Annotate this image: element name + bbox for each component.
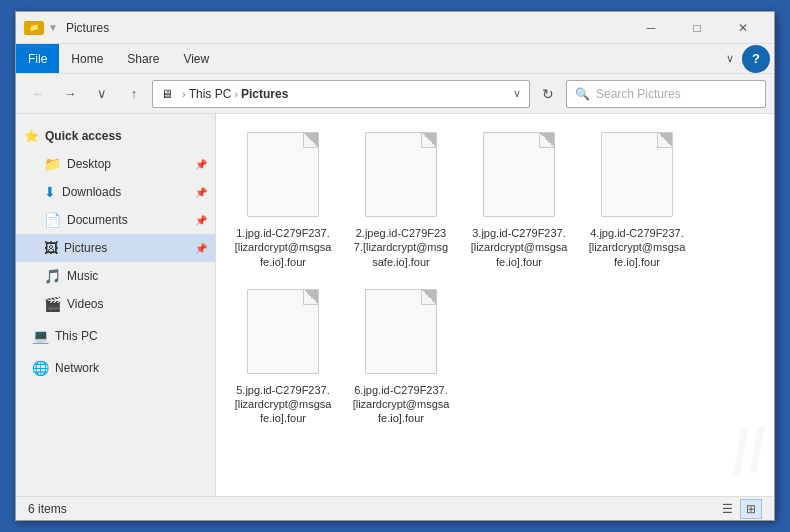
file-label-1: 1.jpg.id-C279F237.[lizardcrypt@msgsafe.i… — [234, 226, 332, 269]
titlebar-arrow: ▼ — [48, 22, 58, 33]
sidebar-item-documents[interactable]: 📄 Documents 📌 — [16, 206, 215, 234]
file-thumbnail-5 — [243, 289, 323, 379]
address-separator-1: › — [182, 88, 186, 100]
address-pictures[interactable]: Pictures — [241, 87, 288, 101]
list-item[interactable]: 2.jpeg.id-C279F237.[lizardcrypt@msgsafe.… — [346, 126, 456, 275]
address-chevron-icon[interactable]: ∨ — [513, 87, 521, 100]
item-count: 6 items — [28, 502, 67, 516]
sidebar-item-downloads[interactable]: ⬇ Downloads 📌 — [16, 178, 215, 206]
file-thumbnail-6 — [361, 289, 441, 379]
maximize-button[interactable]: □ — [674, 12, 720, 44]
network-icon: 🌐 — [32, 360, 49, 376]
refresh-button[interactable]: ↻ — [534, 80, 562, 108]
pin-icon-desktop: 📌 — [195, 159, 207, 170]
list-view-button[interactable]: ☰ — [716, 499, 738, 519]
folder-icon-desktop: 📁 — [44, 156, 61, 172]
minimize-button[interactable]: ─ — [628, 12, 674, 44]
file-label-5: 5.jpg.id-C279F237.[lizardcrypt@msgsafe.i… — [234, 383, 332, 426]
pin-icon-pictures: 📌 — [195, 243, 207, 254]
address-bar[interactable]: 🖥 › This PC › Pictures ∨ — [152, 80, 530, 108]
file-area: // 1.jpg.id-C279F237.[lizardcrypt@msgsaf… — [216, 114, 774, 496]
address-icon: 🖥 — [161, 87, 173, 101]
pin-icon-downloads: 📌 — [195, 187, 207, 198]
sidebar: ⭐ Quick access 📁 Desktop 📌 ⬇ Downloads 📌… — [16, 114, 216, 496]
menu-home[interactable]: Home — [59, 44, 115, 73]
sidebar-item-this-pc[interactable]: 💻 This PC — [16, 322, 215, 350]
computer-icon: 💻 — [32, 328, 49, 344]
list-item[interactable]: 5.jpg.id-C279F237.[lizardcrypt@msgsafe.i… — [228, 283, 338, 432]
titlebar-app-icon: 📁 — [24, 21, 44, 35]
star-icon: ⭐ — [24, 129, 39, 143]
network-section: 🌐 Network — [16, 354, 215, 382]
file-thumbnail-4 — [597, 132, 677, 222]
view-toggle: ☰ ⊞ — [716, 499, 762, 519]
search-bar[interactable]: 🔍 Search Pictures — [566, 80, 766, 108]
sidebar-quick-access[interactable]: ⭐ Quick access — [16, 122, 215, 150]
pictures-icon: 🖼 — [44, 240, 58, 256]
quick-access-section: ⭐ Quick access 📁 Desktop 📌 ⬇ Downloads 📌… — [16, 122, 215, 318]
statusbar: 6 items ☰ ⊞ — [16, 496, 774, 520]
back-button[interactable]: ← — [24, 80, 52, 108]
list-item[interactable]: 3.jpg.id-C279F237.[lizardcrypt@msgsafe.i… — [464, 126, 574, 275]
file-label-6: 6.jpg.id-C279F237.[lizardcrypt@msgsafe.i… — [352, 383, 450, 426]
file-thumbnail-3 — [479, 132, 559, 222]
main-area: ⭐ Quick access 📁 Desktop 📌 ⬇ Downloads 📌… — [16, 114, 774, 496]
list-item[interactable]: 6.jpg.id-C279F237.[lizardcrypt@msgsafe.i… — [346, 283, 456, 432]
sidebar-item-pictures[interactable]: 🖼 Pictures 📌 — [16, 234, 215, 262]
list-item[interactable]: 4.jpg.id-C279F237.[lizardcrypt@msgsafe.i… — [582, 126, 692, 275]
sidebar-item-network[interactable]: 🌐 Network — [16, 354, 215, 382]
file-thumbnail-1 — [243, 132, 323, 222]
window-title: Pictures — [66, 21, 628, 35]
file-label-4: 4.jpg.id-C279F237.[lizardcrypt@msgsafe.i… — [588, 226, 686, 269]
address-this-pc[interactable]: This PC — [189, 87, 232, 101]
downloads-icon: ⬇ — [44, 184, 56, 200]
videos-icon: 🎬 — [44, 296, 61, 312]
up-button[interactable]: ↑ — [120, 80, 148, 108]
file-label-2: 2.jpeg.id-C279F237.[lizardcrypt@msgsafe.… — [352, 226, 450, 269]
close-button[interactable]: ✕ — [720, 12, 766, 44]
search-placeholder: Search Pictures — [596, 87, 681, 101]
sidebar-item-videos[interactable]: 🎬 Videos — [16, 290, 215, 318]
menu-file[interactable]: File — [16, 44, 59, 73]
titlebar-icons: 📁 ▼ — [24, 21, 58, 35]
this-pc-section: 💻 This PC — [16, 322, 215, 350]
dropdown-button[interactable]: ∨ — [88, 80, 116, 108]
address-separator-2: › — [234, 88, 238, 100]
menu-share[interactable]: Share — [115, 44, 171, 73]
music-icon: 🎵 — [44, 268, 61, 284]
grid-view-button[interactable]: ⊞ — [740, 499, 762, 519]
titlebar: 📁 ▼ Pictures ─ □ ✕ — [16, 12, 774, 44]
window-controls: ─ □ ✕ — [628, 12, 766, 44]
toolbar: ← → ∨ ↑ 🖥 › This PC › Pictures ∨ ↻ 🔍 Sea… — [16, 74, 774, 114]
menu-view[interactable]: View — [171, 44, 221, 73]
search-icon: 🔍 — [575, 87, 590, 101]
file-thumbnail-2 — [361, 132, 441, 222]
file-grid: 1.jpg.id-C279F237.[lizardcrypt@msgsafe.i… — [228, 126, 762, 432]
explorer-window: 📁 ▼ Pictures ─ □ ✕ File Home Share View … — [15, 11, 775, 521]
sidebar-item-desktop[interactable]: 📁 Desktop 📌 — [16, 150, 215, 178]
menubar: File Home Share View ∨ ? — [16, 44, 774, 74]
help-button[interactable]: ? — [742, 45, 770, 73]
list-item[interactable]: 1.jpg.id-C279F237.[lizardcrypt@msgsafe.i… — [228, 126, 338, 275]
forward-button[interactable]: → — [56, 80, 84, 108]
documents-icon: 📄 — [44, 212, 61, 228]
pin-icon-documents: 📌 — [195, 215, 207, 226]
file-label-3: 3.jpg.id-C279F237.[lizardcrypt@msgsafe.i… — [470, 226, 568, 269]
sidebar-item-music[interactable]: 🎵 Music — [16, 262, 215, 290]
menu-expand-icon[interactable]: ∨ — [726, 52, 742, 65]
